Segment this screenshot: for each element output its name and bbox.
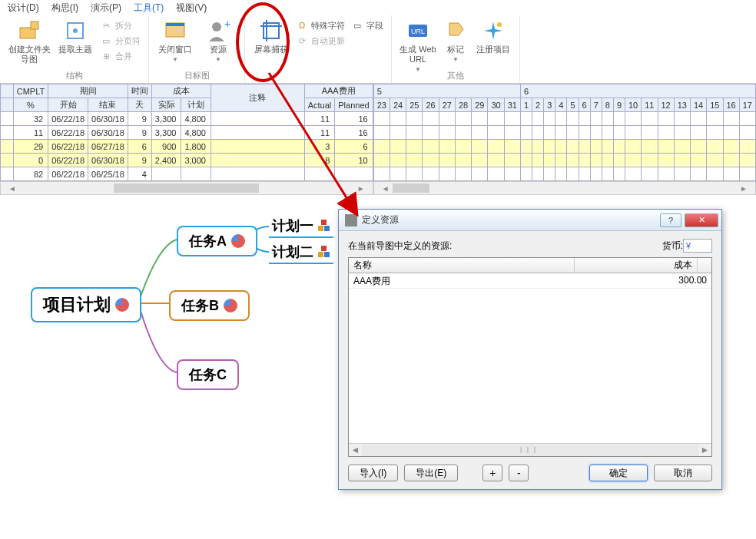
- create-folder-map-button[interactable]: 创建文件夹导图: [5, 17, 54, 64]
- field-icon: ▭: [351, 19, 363, 31]
- ribbon-group-gantt: 关闭窗口 ▼ + 资源 ▼ 日标图: [149, 15, 245, 83]
- table-row[interactable]: 8206/22/1806/25/184: [1, 167, 373, 181]
- page-break-button[interactable]: ▭分页符: [100, 34, 141, 48]
- close-window-button[interactable]: 关闭窗口 ▼: [154, 17, 197, 63]
- menu-design[interactable]: 设计(D): [2, 2, 45, 15]
- help-button[interactable]: ?: [660, 213, 681, 227]
- screen-capture-button[interactable]: 屏幕捕获: [250, 17, 293, 55]
- table-hscroll[interactable]: ◄III►: [349, 443, 711, 456]
- svg-point-13: [497, 22, 502, 27]
- dialog-desc: 在当前导图中定义的资源:: [348, 240, 452, 253]
- resource-row[interactable]: AAA费用300.00: [349, 273, 711, 289]
- person-add-icon: +: [206, 18, 230, 43]
- root-node[interactable]: 项目计划: [31, 287, 141, 322]
- data-grid[interactable]: CMPLT 期间 时间 成本 注释 AAA费用 % 开始 结束 天 实际 计划 …: [0, 84, 373, 181]
- sparkle-icon: [481, 18, 506, 43]
- label: 标记: [447, 45, 464, 55]
- cancel-button[interactable]: 取消: [654, 465, 712, 481]
- merge-button[interactable]: ⊕合并: [100, 49, 141, 63]
- label: 屏幕捕获: [254, 45, 288, 55]
- ribbon-group-other: URL 生成 Web URL ▼ 标记 ▼ 注册项目 其他: [392, 15, 520, 83]
- svg-text:+: +: [224, 18, 230, 30]
- mindmap-canvas[interactable]: 项目计划 任务A 任务B 任务C 计划一 计划二: [15, 215, 338, 407]
- task-a-node[interactable]: 任务A: [177, 226, 257, 256]
- group-title: 其他: [392, 70, 519, 81]
- grid-hscroll-right[interactable]: ◄►: [373, 181, 756, 195]
- plan-2-node[interactable]: 计划二: [269, 241, 333, 264]
- auto-update-button[interactable]: ⟳自动更新: [296, 34, 345, 48]
- svg-point-3: [73, 28, 78, 33]
- resource-table[interactable]: 名称 成本 AAA费用300.00 ◄III►: [348, 257, 712, 457]
- col-name[interactable]: 名称: [349, 258, 575, 273]
- menu-yanshi[interactable]: 演示(P): [85, 2, 128, 15]
- svg-point-6: [212, 22, 221, 31]
- table-row[interactable]: [373, 140, 755, 154]
- table-row[interactable]: 2906/22/1806/27/1869001,80036: [1, 140, 373, 154]
- label: 注册项目: [476, 45, 510, 55]
- clock-icon: [231, 234, 245, 248]
- ribbon: 创建文件夹导图 提取主题 ✂拆分 ▭分页符 ⊕合并 结构 关闭窗口 ▼ + 资源: [0, 15, 756, 84]
- clock-icon: [224, 299, 237, 312]
- task-c-node[interactable]: 任务C: [177, 359, 239, 390]
- url-icon: URL: [406, 18, 430, 43]
- omega-icon: Ω: [296, 19, 308, 31]
- close-window-icon: [163, 18, 187, 43]
- timeline-grid[interactable]: 56 2324252627282930311234567891011121314…: [373, 84, 756, 181]
- task-b-node[interactable]: 任务B: [169, 290, 250, 321]
- gen-web-url-button[interactable]: URL 生成 Web URL ▼: [396, 17, 439, 73]
- menu-view[interactable]: 视图(V): [170, 2, 213, 15]
- mark-button[interactable]: 标记 ▼: [439, 17, 472, 73]
- crop-icon: [259, 18, 284, 43]
- define-resource-dialog: 定义资源 ? ✕ 在当前导图中定义的资源: 货币: 名称 成本 AAA费用300…: [338, 209, 722, 490]
- menu-tools[interactable]: 工具(T): [128, 2, 170, 15]
- group-title: 结构: [0, 70, 148, 81]
- dialog-titlebar[interactable]: 定义资源 ? ✕: [339, 210, 721, 231]
- special-char-button[interactable]: Ω特殊字符: [296, 18, 345, 32]
- svg-text:URL: URL: [411, 28, 425, 35]
- resource-button[interactable]: + 资源 ▼: [197, 17, 240, 63]
- label: 提取主题: [58, 45, 92, 55]
- grid-hscroll-left[interactable]: ◄►: [0, 181, 373, 195]
- menu-gousi[interactable]: 构思(I): [45, 2, 85, 15]
- table-row[interactable]: 1106/22/1806/30/1893,3004,8001116: [1, 126, 373, 140]
- plan-1-node[interactable]: 计划一: [269, 215, 333, 238]
- folder-map-icon: [17, 18, 41, 43]
- export-button[interactable]: 导出(E): [404, 465, 458, 481]
- import-button[interactable]: 导入(I): [348, 465, 398, 481]
- chevron-down-icon: ▼: [453, 56, 459, 63]
- dialog-icon: [345, 214, 357, 227]
- col-cost[interactable]: 成本: [575, 258, 698, 273]
- svg-rect-5: [166, 23, 184, 26]
- dialog-title-text: 定义资源: [362, 213, 399, 227]
- label: 资源: [210, 45, 227, 55]
- table-row[interactable]: [373, 154, 755, 167]
- menu-bar: 设计(D) 构思(I) 演示(P) 工具(T) 视图(V): [0, 0, 756, 15]
- add-button[interactable]: +: [482, 465, 502, 481]
- split-button[interactable]: ✂拆分: [100, 18, 141, 32]
- label: 关闭窗口: [158, 45, 192, 55]
- field-button[interactable]: ▭字段: [351, 18, 383, 32]
- grid-left: CMPLT 期间 时间 成本 注释 AAA费用 % 开始 结束 天 实际 计划 …: [0, 84, 373, 195]
- label: 创建文件夹导图: [5, 45, 54, 64]
- table-row[interactable]: [373, 112, 755, 126]
- refresh-icon: ⟳: [296, 35, 308, 47]
- split-icon: ✂: [100, 19, 112, 31]
- ok-button[interactable]: 确定: [589, 465, 648, 481]
- table-row[interactable]: 3206/22/1806/30/1893,3004,8001116: [1, 112, 373, 126]
- close-button[interactable]: ✕: [685, 213, 718, 227]
- remove-button[interactable]: -: [509, 465, 529, 481]
- cube-icon: [318, 246, 330, 258]
- table-row[interactable]: [373, 126, 755, 140]
- label: 生成 Web URL: [396, 45, 439, 64]
- tag-icon: [443, 18, 468, 43]
- extract-topic-button[interactable]: 提取主题: [54, 17, 97, 64]
- chevron-down-icon: ▼: [215, 56, 221, 63]
- clock-icon: [115, 298, 129, 312]
- table-row[interactable]: 006/22/1806/30/1892,4003,000810: [1, 154, 373, 167]
- table-row[interactable]: [373, 167, 755, 181]
- register-project-button[interactable]: 注册项目: [472, 17, 515, 73]
- page-break-icon: ▭: [100, 35, 112, 47]
- ribbon-group-capture: 屏幕捕获 Ω特殊字符 ⟳自动更新 ▭字段: [245, 15, 392, 83]
- chevron-down-icon: ▼: [172, 56, 178, 63]
- currency-input[interactable]: [683, 239, 712, 253]
